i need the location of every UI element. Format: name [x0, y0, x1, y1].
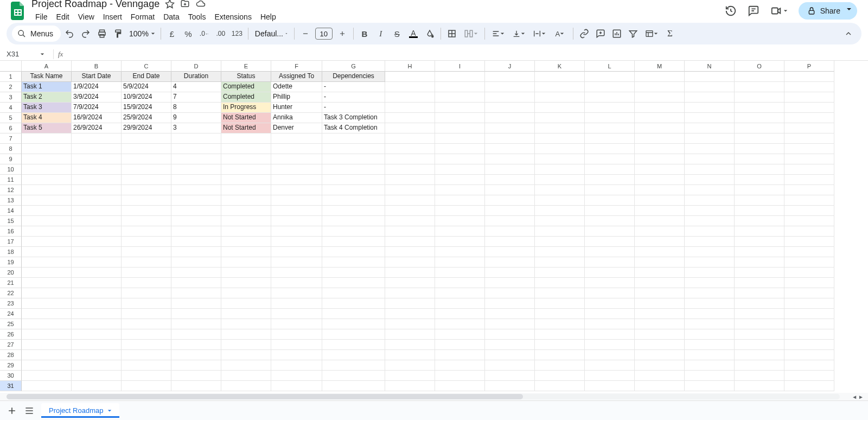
cell[interactable]: 7/9/2024 — [72, 103, 122, 113]
cell[interactable] — [22, 154, 72, 164]
cell[interactable]: Dependencies — [322, 72, 385, 82]
cell[interactable] — [435, 103, 485, 113]
row-header[interactable]: 20 — [0, 268, 22, 278]
cell[interactable] — [385, 185, 435, 195]
cell[interactable] — [784, 381, 834, 391]
cell[interactable] — [171, 381, 221, 391]
cell[interactable] — [271, 195, 322, 206]
comment-icon[interactable] — [748, 5, 760, 17]
cell[interactable] — [72, 298, 122, 309]
cell[interactable] — [485, 298, 535, 309]
cell[interactable] — [635, 340, 685, 350]
cell[interactable] — [635, 175, 685, 185]
cell[interactable]: 29/9/2024 — [122, 123, 171, 133]
cell[interactable] — [122, 319, 171, 329]
cell[interactable]: In Progress — [221, 103, 271, 113]
cell[interactable] — [485, 164, 535, 175]
cell[interactable]: 8 — [171, 103, 221, 113]
cell[interactable] — [385, 154, 435, 164]
cell[interactable] — [385, 72, 435, 82]
cell[interactable] — [385, 319, 435, 329]
cell[interactable] — [322, 164, 385, 175]
redo-button[interactable] — [78, 26, 93, 41]
row-header[interactable]: 8 — [0, 144, 22, 154]
menu-view[interactable]: View — [74, 11, 98, 22]
cell[interactable] — [535, 371, 585, 381]
cell[interactable] — [122, 350, 171, 360]
cell[interactable] — [435, 133, 485, 144]
collapse-toolbar-button[interactable] — [841, 26, 856, 41]
cell[interactable] — [22, 298, 72, 309]
cell[interactable] — [435, 371, 485, 381]
cell[interactable] — [271, 175, 322, 185]
cell[interactable] — [221, 144, 271, 154]
cell[interactable] — [72, 206, 122, 216]
cell[interactable] — [685, 216, 735, 226]
cell[interactable] — [535, 123, 585, 133]
cell[interactable] — [784, 350, 834, 360]
cell[interactable] — [585, 278, 635, 288]
cell[interactable] — [322, 319, 385, 329]
cell[interactable]: 25/9/2024 — [122, 113, 171, 123]
cell[interactable] — [685, 371, 735, 381]
fill-color-button[interactable] — [422, 26, 437, 41]
insert-comment-button[interactable] — [593, 26, 608, 41]
cell[interactable] — [385, 92, 435, 103]
cell[interactable] — [685, 144, 735, 154]
cell[interactable] — [635, 206, 685, 216]
increase-font-size-button[interactable] — [335, 26, 350, 41]
bold-button[interactable]: B — [357, 26, 372, 41]
cell[interactable] — [72, 371, 122, 381]
cell[interactable] — [485, 185, 535, 195]
row-header[interactable]: 2 — [0, 82, 22, 92]
cell[interactable]: Start Date — [72, 72, 122, 82]
row-header[interactable]: 24 — [0, 309, 22, 319]
cell[interactable] — [322, 381, 385, 391]
column-header[interactable]: L — [585, 61, 635, 72]
cell[interactable] — [122, 309, 171, 319]
cell[interactable] — [122, 257, 171, 268]
cell[interactable] — [22, 195, 72, 206]
cell[interactable] — [735, 350, 784, 360]
cell[interactable] — [385, 247, 435, 257]
cell[interactable] — [485, 175, 535, 185]
cell[interactable] — [221, 319, 271, 329]
cell[interactable] — [635, 319, 685, 329]
row-header[interactable]: 30 — [0, 371, 22, 381]
cell[interactable] — [72, 319, 122, 329]
cell[interactable] — [221, 360, 271, 371]
cell[interactable] — [171, 237, 221, 247]
row-header[interactable]: 25 — [0, 319, 22, 329]
cell[interactable] — [784, 154, 834, 164]
cell[interactable] — [585, 268, 635, 278]
cell[interactable] — [535, 381, 585, 391]
cell[interactable] — [122, 360, 171, 371]
cell[interactable] — [635, 82, 685, 92]
all-sheets-button[interactable] — [24, 405, 35, 416]
cell[interactable] — [122, 329, 171, 340]
cell[interactable] — [635, 123, 685, 133]
cell[interactable] — [122, 298, 171, 309]
cell[interactable] — [635, 381, 685, 391]
cell[interactable] — [322, 206, 385, 216]
cell[interactable] — [385, 329, 435, 340]
cell[interactable] — [221, 278, 271, 288]
cell[interactable] — [271, 164, 322, 175]
cell[interactable] — [535, 185, 585, 195]
cell[interactable] — [171, 144, 221, 154]
cell[interactable]: Task 5 — [22, 123, 72, 133]
cell[interactable] — [784, 278, 834, 288]
cell[interactable] — [385, 268, 435, 278]
valign-button[interactable] — [509, 26, 528, 41]
cell[interactable]: Phillip — [271, 92, 322, 103]
cell[interactable] — [685, 257, 735, 268]
cell[interactable]: - — [322, 92, 385, 103]
cell[interactable] — [735, 216, 784, 226]
cell[interactable] — [685, 319, 735, 329]
cell[interactable] — [635, 350, 685, 360]
cell[interactable] — [122, 195, 171, 206]
cell[interactable] — [72, 175, 122, 185]
cell[interactable] — [635, 309, 685, 319]
cell[interactable] — [385, 103, 435, 113]
cell[interactable] — [271, 381, 322, 391]
